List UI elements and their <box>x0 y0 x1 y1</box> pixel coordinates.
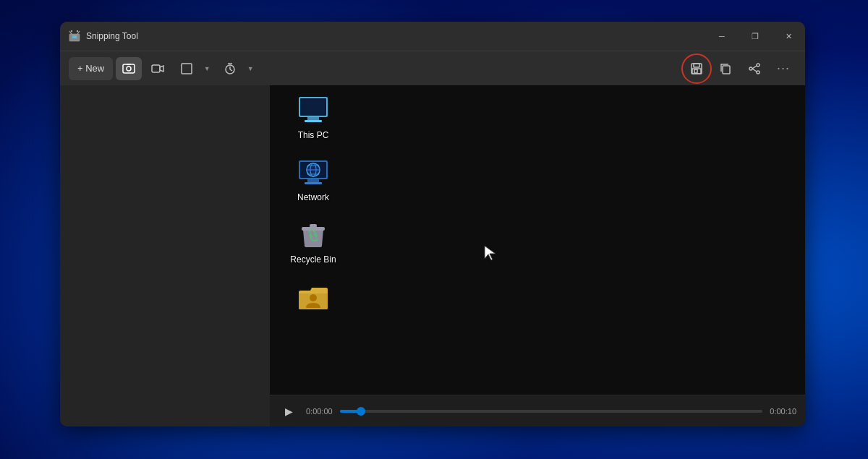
main-content: This PC <box>60 85 805 426</box>
copy-button[interactable] <box>712 57 739 80</box>
svg-point-3 <box>71 30 72 32</box>
video-controls: ▶ 0:00:00 0:00:10 <box>270 395 805 426</box>
total-time: 0:00:10 <box>770 407 796 416</box>
video-mode-button[interactable] <box>145 57 171 80</box>
snipping-tool-window: Snipping Tool ─ ❐ ✕ + New <box>60 22 805 426</box>
desktop-icons-column: This PC <box>277 89 349 327</box>
recycle-bin-label: Recycle Bin <box>290 254 336 265</box>
app-icon <box>69 30 80 42</box>
save-button-wrapper <box>684 56 710 82</box>
svg-line-14 <box>230 69 232 71</box>
shape-selector-group: ▼ <box>174 57 214 80</box>
window-controls: ─ ❐ ✕ <box>705 22 805 51</box>
new-button[interactable]: + New <box>69 57 113 80</box>
svg-rect-8 <box>127 64 131 65</box>
share-button[interactable] <box>741 57 767 80</box>
desktop-icon-network[interactable]: Network <box>284 155 342 202</box>
left-panel <box>60 85 270 426</box>
svg-point-43 <box>310 294 317 301</box>
progress-thumb <box>357 407 365 416</box>
svg-rect-42 <box>310 224 317 228</box>
user-folder-icon <box>296 279 331 314</box>
svg-rect-30 <box>302 100 325 114</box>
svg-point-7 <box>127 67 131 71</box>
network-label: Network <box>297 192 329 202</box>
svg-rect-33 <box>307 179 319 182</box>
svg-rect-11 <box>182 64 192 74</box>
svg-line-25 <box>752 69 757 72</box>
shape-button[interactable] <box>174 57 200 80</box>
timer-selector-group: ▼ <box>217 57 258 80</box>
shape-dropdown-button[interactable]: ▼ <box>200 57 214 80</box>
network-icon <box>296 155 331 189</box>
title-bar-text: Snipping Tool <box>86 31 138 41</box>
svg-point-21 <box>757 64 760 67</box>
more-button[interactable]: ··· <box>770 57 796 80</box>
title-bar: Snipping Tool ─ ❐ ✕ <box>60 22 805 51</box>
recycle-bin-icon <box>296 217 331 252</box>
svg-rect-28 <box>307 117 319 120</box>
desktop-icon-recycle-bin[interactable]: Recycle Bin <box>284 217 342 265</box>
mouse-cursor <box>483 244 498 262</box>
toolbar-right: ··· <box>684 56 796 82</box>
maximize-button[interactable]: ❐ <box>739 22 772 51</box>
desktop-icon-user-folder[interactable] <box>284 279 342 317</box>
svg-rect-17 <box>694 64 699 67</box>
this-pc-label: This PC <box>298 130 329 140</box>
svg-rect-34 <box>305 182 322 184</box>
capture-area: This PC <box>270 85 805 426</box>
desktop-icon-this-pc[interactable]: This PC <box>284 93 342 140</box>
svg-point-40 <box>307 163 320 176</box>
svg-point-22 <box>757 71 760 74</box>
timer-dropdown-button[interactable]: ▼ <box>243 57 258 80</box>
minimize-button[interactable]: ─ <box>705 22 739 51</box>
svg-rect-29 <box>305 120 322 122</box>
play-button[interactable]: ▶ <box>278 401 299 421</box>
svg-rect-20 <box>723 66 730 74</box>
svg-point-4 <box>77 30 78 32</box>
capture-content: This PC <box>270 85 805 395</box>
svg-rect-9 <box>152 65 160 72</box>
this-pc-icon <box>296 93 331 127</box>
timer-button[interactable] <box>217 57 243 80</box>
save-button[interactable] <box>684 56 710 82</box>
svg-rect-19 <box>694 69 697 73</box>
photo-mode-button[interactable] <box>116 57 142 80</box>
svg-marker-10 <box>160 66 163 72</box>
toolbar: + New ▼ <box>60 51 805 85</box>
close-button[interactable]: ✕ <box>772 22 805 51</box>
svg-line-24 <box>752 66 757 69</box>
svg-point-23 <box>749 67 752 70</box>
progress-bar[interactable] <box>340 410 763 413</box>
svg-rect-6 <box>123 64 135 73</box>
svg-rect-5 <box>72 35 77 38</box>
current-time: 0:00:00 <box>306 407 333 416</box>
